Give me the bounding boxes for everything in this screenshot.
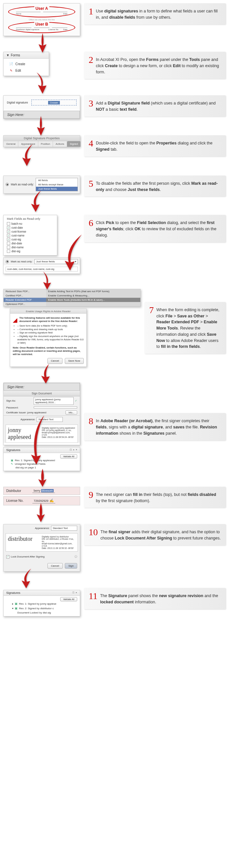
signature-field: Digital signature Crosser Sign Here: — [3, 95, 80, 119]
checkbox[interactable] — [7, 250, 10, 253]
submenu-item-enable-more[interactable]: Enable More Tools (includes form fill-in… — [46, 298, 140, 302]
field-location[interactable]: dist-sig on page 1 — [15, 466, 36, 469]
checkbox[interactable] — [7, 246, 10, 249]
tab-general[interactable]: General — [4, 141, 18, 147]
menu-item-reader-extended[interactable]: Reader Extended PDF — [4, 298, 46, 302]
checkbox[interactable] — [7, 242, 10, 245]
arrow-icon — [28, 191, 46, 213]
locked-info: Document Locked by dist-sig — [17, 611, 51, 614]
step-text: The next signer can fill in their fields… — [96, 491, 221, 504]
step-9: 9 The next signer can fill in their fiel… — [84, 487, 226, 508]
signature-meta: Digitally signed by distributorDN: cn=di… — [42, 535, 76, 549]
step-10: 10 The final signer adds their digital s… — [84, 524, 226, 546]
step-number: 4 — [89, 139, 93, 153]
checkbox[interactable] — [7, 238, 10, 241]
step-3: 3 Add a Digital Signature field (which u… — [84, 95, 226, 117]
submenu-item[interactable]: Enable Adding Text in PDFs (that are not… — [46, 289, 140, 293]
signas-select[interactable]: jonny appleseed (jonny appleseed) 2018..… — [34, 397, 74, 405]
divider-text: Office use only below this line — [6, 19, 78, 21]
user-b-label: User B — [34, 22, 50, 27]
tab-actions[interactable]: Actions — [53, 141, 67, 147]
step-number: 9 — [89, 491, 93, 504]
step-text: Use digital signatures in a form to defi… — [96, 7, 221, 21]
validate-button[interactable]: Validate All — [60, 454, 77, 459]
arrow-icon — [36, 469, 49, 488]
password-input[interactable] — [34, 406, 77, 408]
step-number: 6 — [89, 219, 93, 238]
cancel-button[interactable]: Cancel — [47, 563, 63, 569]
step-number: 1 — [89, 7, 93, 21]
step-text: Add a Digital Signature field (which use… — [96, 99, 221, 113]
step-number: 11 — [89, 592, 97, 605]
menu-item[interactable]: Optimized PDF... — [4, 302, 46, 306]
intro-text: The following features will become avail… — [19, 316, 80, 322]
lock-checkbox[interactable] — [6, 555, 9, 558]
arrow-icon — [20, 569, 36, 590]
step-number: 8 — [89, 417, 93, 436]
radio-icon[interactable] — [6, 260, 9, 264]
ds-label: Digital signature — [7, 101, 31, 104]
readonly-label: Mark as read-only: — [11, 183, 34, 186]
step-number: 5 — [89, 180, 93, 193]
revision-2[interactable]: Rev. 2: Signed by distributor c — [19, 607, 54, 610]
save-now-button[interactable]: Save Now — [65, 358, 84, 364]
editable-fields: Distributorberry blossom License No.7292… — [3, 487, 80, 505]
usage-rights-dialog: Enable Usage Rights in Adobe Reader ◢ Th… — [10, 309, 87, 367]
final-sign-dialog: Appearance:Standard Text distributor Dig… — [3, 524, 80, 571]
note-text: Note: Once Reader Enabled, certain funct… — [13, 346, 80, 356]
step-1: 1 Use digital signatures in a form to de… — [84, 3, 226, 25]
checkbox[interactable] — [7, 230, 10, 233]
step-number: 2 — [89, 56, 93, 75]
tab-signed[interactable]: Signed — [67, 141, 81, 147]
readonly-dropdown[interactable]: All fields All fields except these Just … — [36, 178, 78, 191]
arrow-icon — [39, 272, 52, 291]
lock-label: Lock Document After Signing — [11, 555, 44, 558]
user-b-ellipse: User B Distributor digital signatureLice… — [8, 22, 75, 33]
step-text: In Adobe Reader (or Acrobat), the first … — [96, 417, 221, 436]
dialog-title: Enable Usage Rights in Adobe Reader — [10, 309, 86, 314]
step-4: 4 Double-click the field to open the Pro… — [84, 135, 226, 157]
form-preview: User A NameDate Office use only below th… — [3, 3, 80, 36]
step-7: 7 When the form editing is complete, cli… — [144, 302, 226, 354]
signature-box[interactable]: Crosser — [31, 100, 76, 105]
create-button[interactable]: 📄Create — [7, 61, 45, 67]
panel-title: Signatures — [6, 448, 20, 452]
step-text: To disable the fields after the first pe… — [96, 180, 221, 193]
revision-1[interactable]: Rev. 1: Signed by jonny applese — [19, 602, 56, 605]
arrow-icon — [33, 72, 49, 95]
step-text: Click Pick to open the Field Selection d… — [96, 219, 221, 238]
appearance-select[interactable]: Standard Text — [51, 526, 77, 531]
step-6: 6 Click Pick to open the Field Selection… — [84, 215, 226, 242]
dialog-title: Sign Document — [4, 391, 80, 396]
arrow-icon — [36, 33, 49, 54]
step-number: 3 — [89, 99, 93, 113]
sign-button[interactable]: Sign — [65, 563, 77, 569]
step-number: 7 — [149, 306, 154, 350]
arrow-icon — [34, 503, 47, 523]
user-a-ellipse: User A NameDate — [8, 6, 75, 18]
step-text: In Acrobat XI Pro, open the Forms panel … — [96, 56, 221, 75]
submenu-item[interactable]: Enable Commenting & Measuring... — [46, 293, 140, 298]
arrow-icon — [39, 364, 54, 385]
tab-position[interactable]: Position — [38, 141, 53, 147]
signature-name: distributor — [8, 535, 42, 549]
field-selection-dialog: Mark Fields as Read-only batch-nocust-da… — [3, 215, 57, 255]
step-11: 11 The Signature panel shows the new sig… — [84, 588, 226, 609]
validate-button[interactable]: Validate All — [60, 597, 77, 601]
step-2: 2 In Acrobat XI Pro, open the Forms pane… — [84, 52, 226, 79]
info-button[interactable]: Info... — [65, 410, 77, 415]
step-text: When the form editing is complete, click… — [156, 306, 221, 350]
step-text: The final signer adds their digital sign… — [100, 528, 221, 541]
distributor-input[interactable]: berry blossom — [32, 489, 55, 493]
checkbox[interactable] — [7, 226, 10, 229]
arrow-icon — [28, 415, 51, 466]
license-input[interactable]: 729292929 ✍ — [32, 498, 55, 503]
radio-readonly[interactable] — [6, 183, 9, 186]
checkbox[interactable] — [7, 222, 10, 225]
arrow-icon — [20, 144, 39, 167]
checkbox[interactable] — [7, 234, 10, 237]
panel-title: Signatures — [6, 591, 20, 594]
cancel-button[interactable]: Cancel — [47, 358, 63, 364]
menu: Reduced Size PDF... Certified PDF... Rea… — [3, 289, 141, 307]
menu-item[interactable]: Certified PDF... — [4, 293, 46, 298]
